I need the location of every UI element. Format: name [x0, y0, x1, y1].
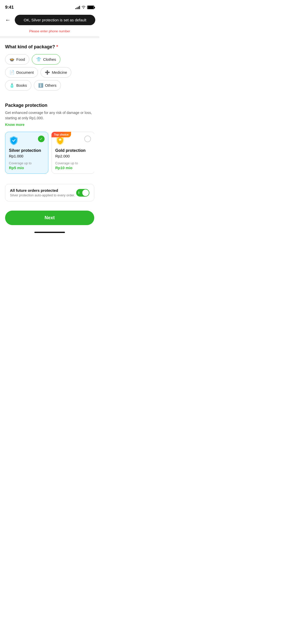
- silver-card-price: Rp1.000: [9, 154, 45, 158]
- radio-gold: [84, 136, 91, 142]
- status-icons: [75, 5, 94, 9]
- chip-medicine[interactable]: ➕ Medicine: [40, 67, 71, 78]
- wifi-icon: [82, 5, 86, 9]
- battery-icon: [87, 6, 94, 9]
- auto-protect-text: All future orders protected Silver prote…: [10, 188, 75, 197]
- books-icon: 🧴: [9, 83, 15, 88]
- home-bar: [34, 232, 65, 233]
- top-choice-badge: Top choice: [51, 132, 71, 137]
- protection-title: Package protection: [5, 103, 94, 108]
- chip-clothes-label: Clothes: [43, 57, 56, 62]
- document-icon: 📄: [9, 70, 15, 75]
- protection-cards-scroll: ✓ Silver protection Rp1.000 Coverage up …: [5, 132, 94, 176]
- toggle-on-label: I: [78, 191, 79, 195]
- gold-card-price: Rp2.000: [55, 154, 91, 158]
- chip-others-label: Others: [45, 83, 57, 87]
- chip-books[interactable]: 🧴 Books: [5, 80, 31, 91]
- chip-food[interactable]: 🍲 Food: [5, 54, 29, 65]
- know-more-link[interactable]: Know more: [5, 123, 24, 127]
- status-bar: 9:41: [0, 0, 99, 13]
- chip-clothes[interactable]: 👕 Clothes: [32, 54, 60, 65]
- section-divider: [0, 36, 99, 38]
- package-section-title: What kind of package? *: [5, 44, 94, 50]
- medicine-icon: ➕: [45, 70, 50, 75]
- protection-card-silver[interactable]: ✓ Silver protection Rp1.000 Coverage up …: [5, 132, 48, 174]
- auto-protect-title: All future orders protected: [10, 188, 75, 193]
- card-top-silver: ✓: [9, 136, 45, 145]
- toast-notification: OK, Silver protection is set as default: [15, 15, 95, 25]
- food-icon: 🍲: [9, 57, 15, 62]
- silver-card-name: Silver protection: [9, 148, 45, 153]
- required-indicator: *: [55, 44, 58, 49]
- package-type-section: What kind of package? * 🍲 Food 👕 Clothes…: [0, 38, 99, 96]
- shield-silver-icon: [9, 136, 19, 145]
- chip-food-label: Food: [16, 57, 25, 62]
- chip-document-label: Document: [16, 70, 34, 75]
- status-time: 9:41: [5, 5, 14, 10]
- chip-books-label: Books: [16, 83, 27, 87]
- chip-medicine-label: Medicine: [52, 70, 67, 75]
- toggle-knob: [82, 189, 89, 196]
- gold-coverage-value: Rp10 mio: [55, 166, 91, 170]
- silver-coverage-value: Rp5 mio: [9, 166, 45, 170]
- chip-document[interactable]: 📄 Document: [5, 67, 38, 78]
- header: ← OK, Silver protection is set as defaul…: [0, 13, 99, 28]
- signal-icon: [75, 6, 80, 9]
- others-icon: ℹ️: [38, 83, 43, 88]
- selected-check-silver: ✓: [38, 136, 45, 142]
- auto-protect-toggle[interactable]: I: [76, 189, 89, 197]
- clothes-icon: 👕: [36, 57, 41, 62]
- home-indicator: [0, 229, 99, 237]
- gold-card-name: Gold protection: [55, 148, 91, 153]
- protection-card-gold[interactable]: Top choice Gold protection Rp2.000 Cover…: [51, 132, 94, 174]
- chip-others[interactable]: ℹ️ Others: [34, 80, 61, 91]
- package-type-chips: 🍲 Food 👕 Clothes 📄 Document ➕ Medicine 🧴…: [5, 54, 94, 91]
- next-btn-wrapper: Next: [0, 206, 99, 229]
- gold-coverage-label: Coverage up to: [55, 161, 91, 165]
- auto-protect-subtitle: Silver protection auto-applied to every …: [10, 193, 75, 197]
- back-button[interactable]: ←: [4, 16, 12, 24]
- protection-description: Get enhanced coverage for any risk of da…: [5, 110, 94, 121]
- protection-section: Package protection Get enhanced coverage…: [0, 96, 99, 180]
- silver-coverage-label: Coverage up to: [9, 161, 45, 165]
- auto-protect-row: All future orders protected Silver prote…: [5, 184, 94, 201]
- error-text: Please enter phone number: [0, 28, 99, 36]
- next-button[interactable]: Next: [5, 211, 94, 225]
